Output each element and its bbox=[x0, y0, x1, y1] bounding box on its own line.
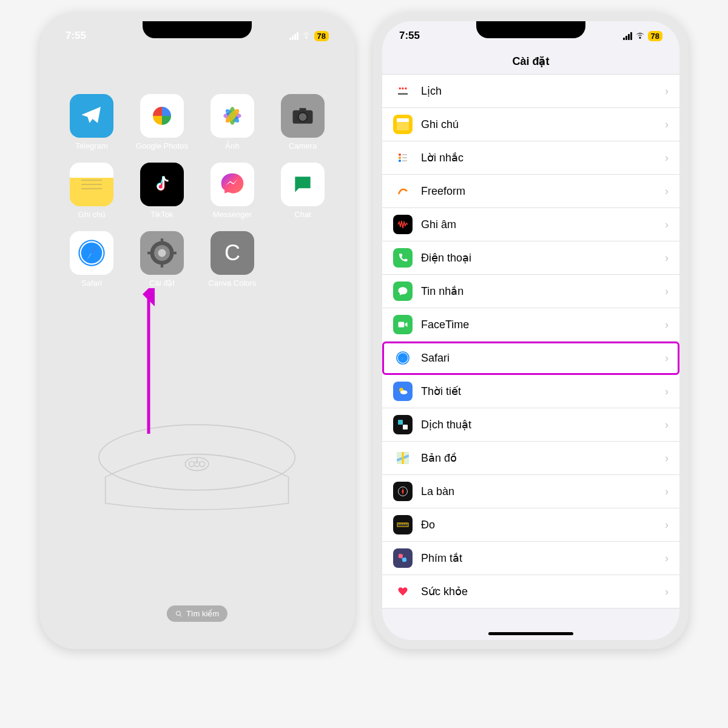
svg-point-0 bbox=[99, 425, 295, 490]
settings-row-facetime[interactable]: FaceTime› bbox=[382, 308, 679, 342]
app-telegram[interactable]: Telegram bbox=[59, 94, 124, 150]
search-icon bbox=[175, 610, 183, 618]
app-label: TikTok bbox=[150, 210, 173, 219]
row-label: Thời tiết bbox=[421, 385, 656, 398]
app-messenger[interactable]: Messenger bbox=[200, 163, 265, 219]
wallpaper-car bbox=[49, 373, 346, 555]
signal-icon bbox=[623, 32, 632, 40]
svg-rect-14 bbox=[300, 108, 306, 112]
app-label: Safari bbox=[81, 278, 102, 288]
chevron-right-icon: › bbox=[665, 152, 669, 164]
app-camera[interactable]: Camera bbox=[271, 94, 335, 150]
measure-icon bbox=[393, 515, 413, 534]
app-label: Ảnh bbox=[225, 141, 239, 150]
app-photos[interactable]: Ảnh bbox=[200, 94, 265, 150]
weather-icon bbox=[393, 382, 413, 401]
settings-row-safari[interactable]: Safari› bbox=[382, 342, 679, 375]
reminders-icon bbox=[393, 148, 413, 167]
svg-point-33 bbox=[176, 611, 180, 615]
app-label: Ghi chú bbox=[78, 210, 106, 219]
settings-row-health[interactable]: Sức khỏe› bbox=[382, 575, 679, 608]
svg-line-34 bbox=[180, 615, 181, 616]
home-indicator[interactable] bbox=[488, 632, 573, 635]
app-label: Google Photos bbox=[136, 141, 188, 150]
messages-icon bbox=[393, 281, 413, 301]
notes-icon bbox=[393, 115, 413, 134]
settings-row-weather[interactable]: Thời tiết› bbox=[382, 375, 679, 408]
row-label: La bàn bbox=[421, 485, 656, 498]
row-label: Dịch thuật bbox=[421, 418, 656, 431]
app-settings[interactable]: Cài đặt bbox=[130, 231, 194, 288]
row-label: Điện thoại bbox=[421, 251, 656, 265]
row-label: Phím tắt bbox=[421, 551, 656, 565]
search-pill[interactable]: Tìm kiếm bbox=[167, 605, 228, 622]
app-label: Chat bbox=[294, 210, 311, 219]
chevron-right-icon: › bbox=[665, 585, 669, 598]
health-icon bbox=[393, 582, 413, 601]
photos-icon bbox=[211, 94, 254, 138]
settings-icon bbox=[140, 231, 184, 275]
chevron-right-icon: › bbox=[665, 519, 669, 531]
canva-icon: C bbox=[211, 231, 254, 275]
settings-row-messages[interactable]: Tin nhắn› bbox=[382, 275, 679, 308]
gphotos-icon bbox=[140, 94, 184, 138]
chevron-right-icon: › bbox=[665, 385, 669, 398]
app-tiktok[interactable]: TikTok bbox=[130, 163, 194, 219]
svg-rect-63 bbox=[398, 554, 403, 559]
svg-marker-56 bbox=[402, 488, 403, 495]
settings-row-compass[interactable]: La bàn› bbox=[382, 475, 679, 508]
app-chat[interactable]: Chat bbox=[271, 163, 335, 219]
settings-row-freeform[interactable]: Freeform› bbox=[382, 175, 679, 208]
settings-row-maps[interactable]: Bản đồ› bbox=[382, 442, 679, 475]
settings-row-shortcuts[interactable]: Phím tắt› bbox=[382, 542, 679, 575]
settings-row-translate[interactable]: Dịch thuật› bbox=[382, 408, 679, 442]
app-label: Cài đặt bbox=[149, 278, 175, 288]
calendar-icon: ●●●▬▬ bbox=[393, 81, 413, 101]
settings-row-notes[interactable]: Ghi chú› bbox=[382, 108, 679, 141]
row-label: Sức khỏe bbox=[421, 585, 656, 598]
chevron-right-icon: › bbox=[665, 118, 669, 131]
app-notes[interactable]: Ghi chú bbox=[59, 163, 124, 219]
chevron-right-icon: › bbox=[665, 318, 669, 331]
settings-row-voicememo[interactable]: Ghi âm› bbox=[382, 208, 679, 241]
settings-row-calendar[interactable]: ●●●▬▬Lịch› bbox=[382, 75, 679, 108]
svg-rect-43 bbox=[399, 322, 405, 328]
svg-point-2 bbox=[189, 462, 195, 467]
phone-left: 7:55 78 Telegram Google Photos Ảnh Camer… bbox=[39, 12, 355, 649]
svg-point-26 bbox=[158, 249, 166, 257]
voicememo-icon bbox=[393, 215, 413, 234]
chevron-right-icon: › bbox=[665, 285, 669, 298]
settings-row-measure[interactable]: Đo› bbox=[382, 508, 679, 542]
chevron-right-icon: › bbox=[665, 85, 669, 98]
messenger-icon bbox=[211, 163, 254, 206]
notes-icon bbox=[70, 163, 113, 206]
svg-point-39 bbox=[399, 160, 401, 162]
settings-list[interactable]: ●●●▬▬Lịch›Ghi chú›Lời nhắc›Freeform›Ghi … bbox=[382, 75, 679, 608]
svg-rect-52 bbox=[398, 420, 403, 425]
facetime-icon bbox=[393, 315, 413, 334]
chevron-right-icon: › bbox=[665, 252, 669, 265]
row-label: Freeform bbox=[421, 185, 656, 198]
maps-icon bbox=[393, 448, 413, 468]
app-safari[interactable]: Safari bbox=[59, 231, 124, 288]
row-label: Lời nhắc bbox=[421, 151, 656, 164]
chevron-right-icon: › bbox=[665, 218, 669, 231]
settings-row-phone[interactable]: Điện thoại› bbox=[382, 241, 679, 275]
app-canva[interactable]: CCanva Colors bbox=[200, 231, 265, 288]
phone-icon bbox=[393, 248, 413, 268]
safari-icon bbox=[393, 348, 413, 368]
phone-right: 7:55 78 Cài đặt ●●●▬▬Lịch›Ghi chú›Lời nh… bbox=[373, 12, 689, 649]
settings-row-reminders[interactable]: Lời nhắc› bbox=[382, 141, 679, 175]
annotation-arrow bbox=[143, 288, 155, 434]
app-google-photos[interactable]: Google Photos bbox=[130, 94, 194, 150]
battery-badge: 78 bbox=[314, 31, 329, 41]
wifi-icon bbox=[635, 32, 645, 39]
app-label: Telegram bbox=[75, 141, 107, 150]
chat-icon bbox=[281, 163, 325, 206]
chevron-right-icon: › bbox=[665, 552, 669, 565]
svg-rect-36 bbox=[397, 122, 409, 130]
safari-icon bbox=[70, 231, 113, 275]
svg-rect-53 bbox=[403, 425, 408, 430]
row-label: Bản đồ bbox=[421, 451, 656, 465]
svg-point-13 bbox=[298, 113, 308, 122]
